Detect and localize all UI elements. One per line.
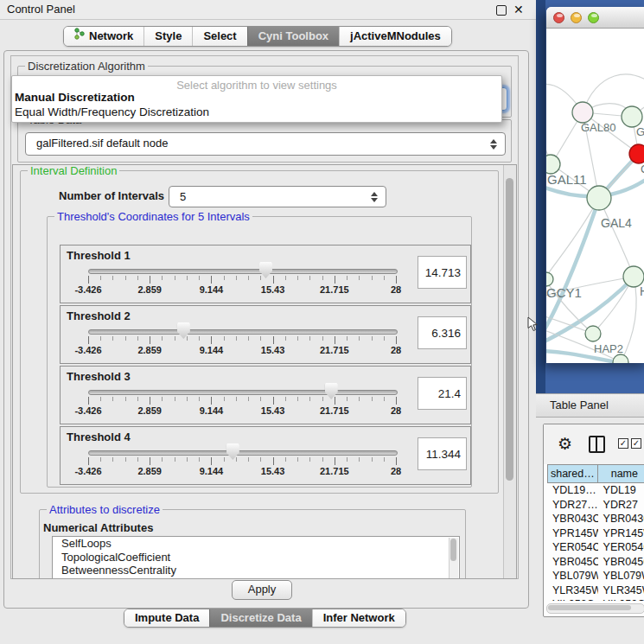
tick-label: 15.43 [261,405,285,416]
control-panel-title: Control Panel [7,0,75,19]
table-row[interactable]: YDR27…YDR27 [547,498,644,513]
tick-label: 15.43 [261,345,285,355]
table-cell: YER054C [547,540,598,555]
network-edge[interactable] [599,198,634,277]
network-node-gal80[interactable] [572,102,593,123]
threshold-4-label: Threshold 4 [67,430,131,443]
table-data-combobox[interactable]: galFiltered.sif default node [25,132,506,156]
tab-cyni-toolbox[interactable]: Cyni Toolbox [247,27,339,46]
table-row[interactable]: YIL052CYIL052C [547,597,644,601]
discretization-algorithm-title: Discretization Algorithm [25,60,148,73]
threshold-1-row: Threshold 1-3.4262.8599.14415.4321.71528… [60,245,471,303]
column-header-shared[interactable]: shared… [547,464,598,483]
checkbox-icon[interactable]: ✓ [618,438,628,449]
algorithm-popup: Select algorithm to view settings Manual… [11,75,502,123]
number-of-intervals-value: 5 [180,187,186,207]
number-of-intervals-label: Number of Intervals [59,189,164,202]
attribute-selfloops[interactable]: SelfLoops [53,537,459,551]
float-panel-icon[interactable] [496,5,507,16]
number-of-intervals-spinner[interactable]: 5 [169,186,386,207]
threshold-3-value-field[interactable]: 21.4 [418,377,467,410]
table-cell: YBL079W [598,569,644,583]
bottom-tab-impute-data[interactable]: Impute Data [124,609,209,627]
table-row[interactable]: YBR043CYBR043C [547,512,644,526]
table-row[interactable]: YBR045CYBR045C [547,555,644,570]
gear-icon[interactable]: ⚙ [558,434,572,453]
network-node-unlabeled[interactable] [613,354,628,363]
apply-button[interactable]: Apply [232,580,292,600]
table-row[interactable]: YBL079WYBL079W [547,569,644,583]
network-window-titlebar[interactable] [546,7,644,29]
threshold-2-slider-track[interactable] [88,329,398,335]
bottom-tab-infer-network[interactable]: Infer Network [312,609,405,627]
tick-label: 9.144 [200,405,224,416]
algorithm-option-manual-discretization[interactable]: Manual Discretization [15,91,499,105]
threshold-2-row: Threshold 2-3.4262.8599.14415.4321.71528… [60,305,471,364]
threshold-2-value-field[interactable]: 6.316 [418,316,467,349]
threshold-3-slider-track[interactable] [88,390,398,395]
table-panel-titlebar: Table Panel [536,393,644,418]
attribute-topologicalcoefficient[interactable]: TopologicalCoefficient [53,551,459,564]
threshold-4-slider-track[interactable] [88,450,398,456]
table-data-value: galFiltered.sif default node [36,133,168,155]
tick-label: 2.859 [137,284,162,295]
table-cell: YLR345W [598,583,644,598]
settings-vertical-scrollbar[interactable] [503,165,516,578]
threshold-1-value-field[interactable]: 14.713 [418,256,467,289]
control-panel-titlebar: Control Panel ✕ [0,0,536,20]
tab-jactivemnodules[interactable]: jActiveMNodules [339,27,451,46]
network-tab-icon [74,27,85,46]
network-node-label: HAP2 [594,342,623,355]
network-node-gcy1[interactable] [546,272,553,286]
tab-select[interactable]: Select [192,27,246,46]
table-row[interactable]: YLR345WYLR345W [547,583,644,598]
network-node-gal4[interactable] [587,186,611,210]
threshold-3-row: Threshold 3-3.4262.8599.14415.4321.71528… [60,366,471,424]
network-node-hap2[interactable] [585,326,601,341]
bottom-tab-discretize-data[interactable]: Discretize Data [209,609,311,627]
close-panel-icon[interactable]: ✕ [513,2,524,17]
algorithm-option-equal-width-frequency-discretization[interactable]: Equal Width/Frequency Discretization [15,105,499,119]
tick-label: -3.426 [74,466,101,476]
tick-label: 2.859 [137,466,162,476]
slider-ticks [88,397,397,405]
tick-label: 28 [391,345,401,355]
table-row[interactable]: YDL19…YDL19 [547,483,644,498]
close-window-icon[interactable] [553,12,564,23]
threshold-4-value-field[interactable]: 11.344 [418,437,467,470]
threshold-1-slider-track[interactable] [88,269,398,274]
numerical-attributes-list: SelfLoopsTopologicalCoefficientBetweenne… [52,536,460,579]
tick-label: 9.144 [200,466,224,476]
zoom-window-icon[interactable] [588,12,599,23]
tab-network[interactable]: Network [64,27,143,46]
network-node-label: C [641,163,644,175]
table-cell: YDR27… [547,498,598,513]
table-cell: YDL19… [547,483,598,498]
columns-icon[interactable] [589,436,605,453]
tick-label: 21.715 [320,466,349,476]
threshold-2-label: Threshold 2 [67,309,131,322]
mouse-cursor [527,316,539,332]
tick-label: 28 [391,466,401,476]
tab-label: Select [203,27,236,46]
table-horizontal-scrollbar[interactable] [546,603,644,614]
checkbox-icon[interactable]: ✓ [631,438,641,449]
screen: Control Panel ✕ NetworkStyleSelectCyni T… [0,0,644,644]
network-node-label: GA [636,125,644,138]
bottom-tab-label: Discretize Data [220,609,301,628]
network-node-c[interactable] [629,144,644,163]
tab-label: Cyni Toolbox [258,27,328,46]
table-row[interactable]: YPR145WYPR145W [547,526,644,541]
network-node-ga[interactable] [622,106,642,127]
column-header-name[interactable]: name [598,464,644,483]
combo-arrows-icon [490,139,497,150]
tab-label: jActiveMNodules [350,27,441,46]
attribute-betweennesscentrality[interactable]: BetweennessCentrality [53,564,459,577]
table-row[interactable]: YER054CYER054C [547,540,644,555]
minimize-window-icon[interactable] [571,12,582,23]
attributes-list-scrollbar[interactable] [449,538,458,579]
attributes-group: Attributes to discretize Numerical Attri… [39,509,466,579]
network-node-gal11[interactable] [546,155,560,174]
tab-style[interactable]: Style [143,27,192,46]
network-canvas[interactable]: GAL80GACGAL11GAL4GCY1HHAP2 [546,28,644,363]
